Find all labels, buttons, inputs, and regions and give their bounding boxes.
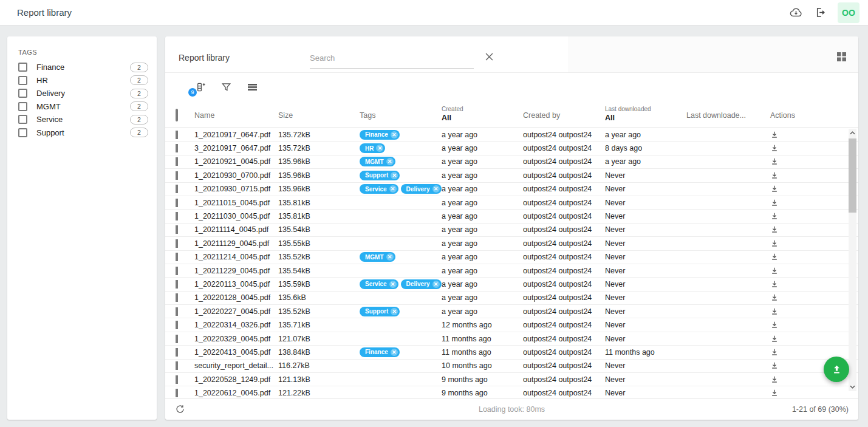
tag-chip[interactable]: Finance✕ xyxy=(360,347,400,357)
row-checkbox[interactable] xyxy=(176,389,178,397)
tag-chip[interactable]: Delivery✕ xyxy=(401,184,442,194)
search-input[interactable] xyxy=(310,52,474,69)
tag-remove-icon[interactable]: ✕ xyxy=(389,185,397,193)
row-checkbox[interactable] xyxy=(176,144,178,152)
row-checkbox[interactable] xyxy=(176,225,178,234)
clear-search-icon[interactable] xyxy=(485,53,493,63)
download-icon[interactable] xyxy=(770,171,779,180)
download-icon[interactable] xyxy=(770,225,779,234)
download-icon[interactable] xyxy=(770,157,779,166)
tag-remove-icon[interactable]: ✕ xyxy=(391,131,398,138)
row-checkbox[interactable] xyxy=(176,171,178,180)
row-checkbox[interactable] xyxy=(176,321,178,329)
tag-chip[interactable]: Support✕ xyxy=(360,307,400,316)
row-checkbox[interactable] xyxy=(176,348,178,357)
download-icon[interactable] xyxy=(770,199,779,207)
tag-chip[interactable]: Delivery✕ xyxy=(401,279,442,289)
tag-chip[interactable]: MGMT✕ xyxy=(360,252,395,262)
download-icon[interactable] xyxy=(770,131,779,139)
download-icon[interactable] xyxy=(770,335,779,343)
add-column-button[interactable]: 9 xyxy=(193,80,207,94)
row-checkbox[interactable] xyxy=(176,280,178,289)
scrollbar-thumb[interactable] xyxy=(849,138,856,213)
tag-chip[interactable]: Service✕ xyxy=(360,279,398,289)
filter-icon[interactable] xyxy=(219,80,233,94)
row-checkbox[interactable] xyxy=(176,239,178,248)
tag-remove-icon[interactable]: ✕ xyxy=(389,281,397,288)
download-icon[interactable] xyxy=(770,253,779,261)
download-icon[interactable] xyxy=(770,375,779,384)
tag-filter-item[interactable]: Support2 xyxy=(7,126,157,140)
tag-filter-checkbox[interactable] xyxy=(18,89,27,98)
tag-filter-checkbox[interactable] xyxy=(18,63,27,72)
download-icon[interactable] xyxy=(770,361,779,370)
row-checkbox[interactable] xyxy=(176,293,178,302)
col-header-name[interactable]: Name xyxy=(194,111,278,128)
last-downloaded-filter-value[interactable]: All xyxy=(605,114,686,122)
download-icon[interactable] xyxy=(770,321,779,329)
grid-view-icon[interactable] xyxy=(837,52,846,63)
created-filter-value[interactable]: All xyxy=(442,114,523,122)
row-checkbox[interactable] xyxy=(176,157,178,166)
download-icon[interactable] xyxy=(770,307,779,316)
download-icon[interactable] xyxy=(770,389,779,397)
row-checkbox[interactable] xyxy=(176,267,178,275)
tag-filter-item[interactable]: Finance2 xyxy=(7,61,157,74)
col-header-created-by[interactable]: Created by xyxy=(523,111,605,128)
row-checkbox[interactable] xyxy=(176,199,178,207)
download-icon[interactable] xyxy=(770,280,779,289)
row-checkbox[interactable] xyxy=(176,335,178,343)
avatar[interactable]: OO xyxy=(838,2,859,23)
tag-chip[interactable]: MGMT✕ xyxy=(360,157,395,166)
row-checkbox[interactable] xyxy=(176,375,178,384)
tag-chip[interactable]: Finance✕ xyxy=(360,130,400,140)
col-header-size[interactable]: Size xyxy=(278,111,360,128)
tag-remove-icon[interactable]: ✕ xyxy=(391,172,398,179)
tag-remove-icon[interactable]: ✕ xyxy=(376,145,383,152)
download-icon[interactable] xyxy=(770,144,779,152)
tag-filter-item[interactable]: Service2 xyxy=(7,113,157,126)
tag-remove-icon[interactable]: ✕ xyxy=(386,158,394,165)
select-all-checkbox[interactable] xyxy=(176,109,178,121)
vertical-scrollbar[interactable] xyxy=(849,129,856,391)
row-checkbox[interactable] xyxy=(176,185,178,193)
download-icon[interactable] xyxy=(770,267,779,275)
row-checkbox[interactable] xyxy=(176,361,178,370)
download-icon[interactable] xyxy=(770,348,779,357)
tag-remove-icon[interactable]: ✕ xyxy=(432,185,440,193)
scroll-up-icon[interactable] xyxy=(849,129,856,137)
tag-filter-checkbox[interactable] xyxy=(18,102,27,111)
tag-chip[interactable]: Service✕ xyxy=(360,184,398,194)
tag-filter-checkbox[interactable] xyxy=(18,76,27,85)
logout-icon[interactable] xyxy=(814,6,827,19)
col-header-last-downloaded[interactable]: Last downloaded All xyxy=(605,106,686,128)
tag-filter-item[interactable]: Delivery2 xyxy=(7,87,157,100)
download-icon[interactable] xyxy=(770,185,779,193)
row-checkbox[interactable] xyxy=(176,131,178,139)
tag-chip[interactable]: Support✕ xyxy=(360,171,400,180)
tag-filter-checkbox[interactable] xyxy=(18,128,27,137)
upload-fab[interactable] xyxy=(824,357,849,382)
row-checkbox[interactable] xyxy=(176,253,178,261)
row-checkbox[interactable] xyxy=(176,307,178,316)
cell-created-by: outpost24 outpost24 xyxy=(523,321,605,329)
col-header-tags[interactable]: Tags xyxy=(360,111,442,128)
tag-filter-item[interactable]: MGMT2 xyxy=(7,100,157,114)
download-icon[interactable] xyxy=(770,212,779,220)
cell-tags: Service✕Delivery✕ xyxy=(360,279,442,289)
tag-filter-item[interactable]: HR2 xyxy=(7,74,157,87)
row-checkbox[interactable] xyxy=(176,212,178,220)
tag-remove-icon[interactable]: ✕ xyxy=(386,253,394,261)
download-icon[interactable] xyxy=(770,293,779,302)
col-header-created[interactable]: Created All xyxy=(442,106,523,128)
scroll-down-icon[interactable] xyxy=(849,383,856,391)
tag-remove-icon[interactable]: ✕ xyxy=(432,281,440,288)
tag-filter-checkbox[interactable] xyxy=(18,115,27,124)
list-view-icon[interactable] xyxy=(245,80,259,94)
download-icon[interactable] xyxy=(770,239,779,248)
tag-remove-icon[interactable]: ✕ xyxy=(391,349,398,356)
tag-chip[interactable]: HR✕ xyxy=(360,143,385,153)
col-header-last-downloaded-date[interactable]: Last downloade... xyxy=(686,111,770,128)
tag-remove-icon[interactable]: ✕ xyxy=(391,308,398,315)
cloud-download-icon[interactable] xyxy=(789,5,803,19)
